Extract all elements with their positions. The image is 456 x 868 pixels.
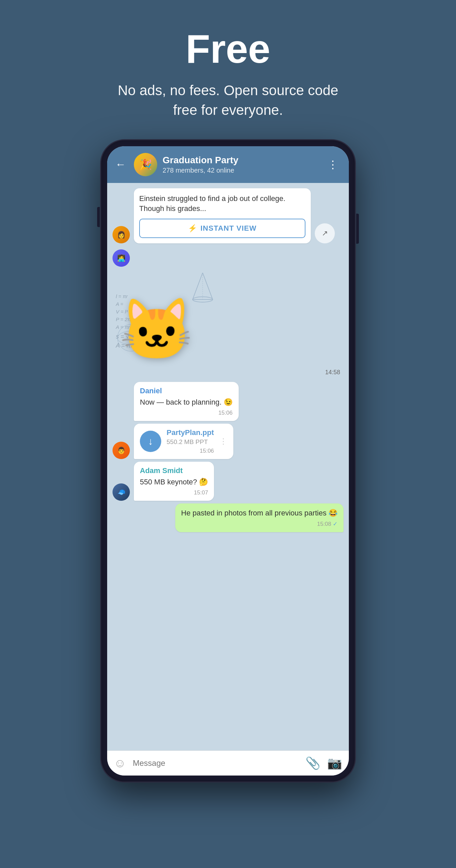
file-time: 15:06: [166, 448, 214, 454]
message-input[interactable]: [133, 758, 299, 768]
share-button[interactable]: ↗: [315, 223, 335, 243]
sticker-time: 14:58: [113, 369, 343, 376]
phone-wrapper: ← 🎉 Graduation Party 278 members, 42 onl…: [101, 140, 355, 781]
share-icon: ↗: [322, 229, 328, 238]
message-file: 👨 ↓ PartyPlan.ppt 550.2 MB PPT 15:06 ⋮: [113, 424, 343, 459]
sender-adam: Adam Smidt: [140, 466, 208, 475]
chat-body: 👩 Einstein struggled to find a job out o…: [107, 183, 349, 750]
group-avatar: 🎉: [134, 153, 157, 176]
check-icon: ✓: [333, 521, 337, 527]
link-preview-bubble: Einstein struggled to find a job out of …: [134, 188, 311, 244]
bubble-daniel: Daniel Now — back to planning. 😉 15:06: [134, 382, 239, 421]
avatar-user2: 🧑‍💻: [113, 249, 130, 267]
emoji-button[interactable]: ☺: [114, 756, 126, 770]
avatar-user1: 👩: [113, 226, 130, 243]
bubble-adam: Adam Smidt 550 MB keynote? 🤔 15:07: [134, 462, 214, 501]
cat-sticker-emoji: 🐱: [119, 300, 194, 360]
more-button[interactable]: ⋮: [325, 157, 341, 172]
link-preview-text: Einstein struggled to find a job out of …: [139, 194, 305, 214]
hero-subtitle: No ads, no fees. Open source code free f…: [111, 81, 345, 120]
cone-shape: [191, 273, 214, 303]
msg-time-adam: 15:07: [140, 489, 208, 496]
chat-header: ← 🎉 Graduation Party 278 members, 42 onl…: [107, 146, 349, 183]
msg-text-adam: 550 MB keynote? 🤔: [140, 477, 208, 488]
message-daniel: Daniel Now — back to planning. 😉 15:06: [113, 382, 343, 421]
chat-info: Graduation Party 278 members, 42 online: [162, 155, 320, 174]
group-name: Graduation Party: [162, 155, 320, 165]
hero-section: Free No ads, no fees. Open source code f…: [98, 0, 358, 140]
msg-time-own: 15:08 ✓: [181, 521, 337, 527]
attach-button[interactable]: 📎: [305, 756, 321, 770]
lightning-icon: ⚡: [188, 224, 197, 233]
input-bar: ☺ 📎 📷: [107, 750, 349, 776]
hero-title: Free: [111, 27, 345, 71]
back-button[interactable]: ←: [113, 157, 128, 172]
file-name: PartyPlan.ppt: [166, 428, 214, 437]
sticker-message: 🧑‍💻 l = πr A = V = l³ P = 2πr A = πr² s …: [113, 246, 343, 379]
file-download-button[interactable]: ↓: [140, 431, 161, 452]
instant-view-button[interactable]: ⚡ INSTANT VIEW: [139, 219, 305, 238]
avatar-adam: 🧢: [113, 484, 130, 501]
file-more-button[interactable]: ⋮: [219, 437, 227, 446]
message-adam: 🧢 Adam Smidt 550 MB keynote? 🤔 15:07: [113, 462, 343, 501]
group-status: 278 members, 42 online: [162, 166, 320, 174]
phone-shell: ← 🎉 Graduation Party 278 members, 42 onl…: [101, 140, 355, 781]
message-own: He pasted in photos from all previous pa…: [113, 503, 343, 532]
download-icon: ↓: [148, 436, 153, 447]
sticker-container: l = πr A = V = l³ P = 2πr A = πr² s = √(…: [113, 270, 219, 366]
file-bubble: ↓ PartyPlan.ppt 550.2 MB PPT 15:06 ⋮: [134, 424, 233, 459]
avatar-user3: 👨: [113, 442, 130, 459]
file-size: 550.2 MB PPT: [166, 438, 214, 446]
camera-button[interactable]: 📷: [327, 756, 342, 770]
bubble-own: He pasted in photos from all previous pa…: [175, 503, 343, 532]
sender-daniel: Daniel: [140, 386, 233, 395]
msg-time-daniel: 15:06: [140, 410, 233, 416]
instant-view-label: INSTANT VIEW: [200, 224, 256, 233]
msg-text-own: He pasted in photos from all previous pa…: [181, 508, 337, 519]
file-info: PartyPlan.ppt 550.2 MB PPT 15:06: [166, 428, 214, 454]
msg-text-daniel: Now — back to planning. 😉: [140, 397, 233, 408]
message-link: 👩 Einstein struggled to find a job out o…: [113, 188, 343, 244]
phone-screen: ← 🎉 Graduation Party 278 members, 42 onl…: [107, 146, 349, 776]
